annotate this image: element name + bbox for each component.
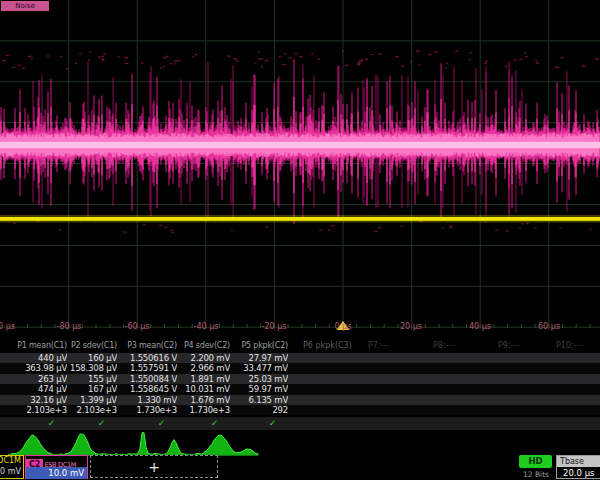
measure-value: 474 µV <box>0 384 67 394</box>
measure-value: 155 µV <box>67 374 117 384</box>
measure-value: 33.477 mV <box>230 363 288 373</box>
time-tick-label: -40 µs <box>194 322 219 331</box>
status-check-icon: ✓ <box>0 417 67 429</box>
measure-value: 1.730e+3 <box>117 405 177 415</box>
measure-value: 2.103e+3 <box>67 405 117 415</box>
c2-scale-value: 10.0 mV <box>26 467 87 479</box>
measure-value: 27.97 mV <box>230 353 288 363</box>
time-tick-label: -20 µs <box>262 322 287 331</box>
measurement-table: P1 mean(C1)P2 sdev(C1)P3 mean(C2)P4 sdev… <box>0 340 600 432</box>
c2-channel-descriptor[interactable]: C2ESB DC1M 10.0 mV <box>25 455 88 479</box>
c1-coupling-label: DC1M <box>0 456 23 466</box>
measure-value: 1.550616 V <box>117 353 177 363</box>
time-tick-label: 20 µs <box>400 322 422 331</box>
oscilloscope-screen: Noise -100 µs-80 µs-60 µs-40 µs-20 µs0 µ… <box>0 0 600 480</box>
time-axis: -100 µs-80 µs-60 µs-40 µs-20 µs0 µs20 µs… <box>0 320 600 334</box>
c1-channel-descriptor[interactable]: DC1M 0 mV <box>0 455 24 479</box>
bit-resolution-label: 12 Bits <box>514 470 558 479</box>
measure-value: 1.399 µV <box>67 395 117 405</box>
time-tick-label: 0 µs <box>335 322 352 331</box>
measure-value: 263 µV <box>0 374 67 384</box>
measure-header-unused[interactable]: P8:--- <box>433 341 454 350</box>
measure-value: 1.557591 V <box>117 363 177 373</box>
measure-stat-row: 32.16 µV1.399 µV1.330 mV1.676 mV6.135 mV <box>0 395 600 405</box>
measure-header[interactable]: P3 mean(C2) <box>117 341 177 350</box>
measure-value: 2.966 mV <box>177 363 230 373</box>
measure-header-unused[interactable]: P6 pkpk(C3) <box>303 341 352 350</box>
measure-value: 158.308 µV <box>67 363 117 373</box>
measure-stat-row: 363.98 µV158.308 µV1.557591 V2.966 mV33.… <box>0 363 600 373</box>
measure-value: 440 µV <box>0 353 67 363</box>
status-check-icon: ✓ <box>117 417 177 429</box>
measure-header-row: P1 mean(C1)P2 sdev(C1)P3 mean(C2)P4 sdev… <box>0 341 600 353</box>
descriptor-bar: DC1M 0 mV C2ESB DC1M 10.0 mV + HD 12 Bit… <box>0 455 600 480</box>
measure-stat-row: 440 µV160 µV1.550616 V2.200 mV27.97 mV <box>0 353 600 363</box>
measure-header[interactable]: P1 mean(C1) <box>0 341 67 350</box>
status-check-icon: ✓ <box>67 417 117 429</box>
time-tick-label: -60 µs <box>125 322 150 331</box>
measure-value: 10.031 mV <box>177 384 230 394</box>
status-check-icon: ✓ <box>230 417 288 429</box>
measure-value: 2.200 mV <box>177 353 230 363</box>
measure-value: 160 µV <box>67 353 117 363</box>
timebase-descriptor[interactable]: Tbase 20.0 µs <box>556 455 600 479</box>
time-tick-label: -100 µs <box>0 322 15 331</box>
hd-mode-badge[interactable]: HD <box>519 455 552 468</box>
measure-header[interactable]: P4 sdev(C2) <box>177 341 230 350</box>
measure-value: 1.330 mV <box>117 395 177 405</box>
measure-value: 363.98 µV <box>0 363 67 373</box>
measurement-histogram <box>0 429 600 457</box>
time-tick-label: 60 µs <box>538 322 560 331</box>
c2-channel-tag: C2 <box>26 459 43 467</box>
measure-value: 1.558645 V <box>117 384 177 394</box>
measure-value: 6.135 mV <box>230 395 288 405</box>
measure-header-unused[interactable]: P10:--- <box>556 341 582 350</box>
measure-stat-row: 474 µV167 µV1.558645 V10.031 mV59.97 mV <box>0 384 600 394</box>
c2-descriptor-header: C2ESB DC1M <box>26 456 87 467</box>
measure-stat-row: 263 µV155 µV1.550084 V1.891 mV25.03 mV <box>0 374 600 384</box>
measure-value: 32.16 µV <box>0 395 67 405</box>
measure-value: 59.97 mV <box>230 384 288 394</box>
measure-header[interactable]: P2 sdev(C1) <box>67 341 117 350</box>
measure-header[interactable]: P5 pkpk(C2) <box>230 341 288 350</box>
measure-value: 25.03 mV <box>230 374 288 384</box>
measure-value: 1.676 mV <box>177 395 230 405</box>
measure-value: 1.550084 V <box>117 374 177 384</box>
measure-value: 292 <box>230 405 288 415</box>
timebase-value: 20.0 µs <box>557 467 600 479</box>
time-tick-label: 40 µs <box>469 322 491 331</box>
measure-value: 2.103e+3 <box>0 405 67 415</box>
measure-value: 1.730e+3 <box>177 405 230 415</box>
time-tick-label: -80 µs <box>57 322 82 331</box>
measure-header-unused[interactable]: P7:--- <box>368 341 389 350</box>
measure-stat-row: 2.103e+32.103e+31.730e+31.730e+3292 <box>0 405 600 415</box>
c1-scale-value: 0 mV <box>0 466 23 478</box>
waveform-display[interactable] <box>0 0 600 338</box>
measure-value: 167 µV <box>67 384 117 394</box>
status-check-icon: ✓ <box>177 417 230 429</box>
add-trace-button[interactable]: + <box>90 455 218 478</box>
measure-header-unused[interactable]: P9:--- <box>498 341 519 350</box>
measure-value: 1.891 mV <box>177 374 230 384</box>
timebase-title: Tbase <box>557 456 600 467</box>
